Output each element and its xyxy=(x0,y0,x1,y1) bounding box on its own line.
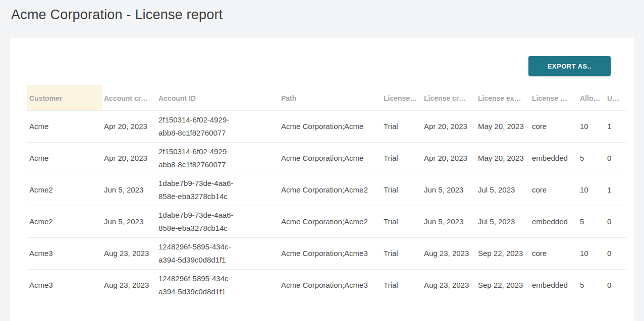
cell-license-expiry: Sep 22, 2023 xyxy=(476,270,530,301)
cell-license-product: embedded xyxy=(530,143,578,174)
cell-used: 0 xyxy=(605,143,626,174)
cell-path: Acme Corporation;Acme xyxy=(279,111,382,143)
cell-license-expiry: Jul 5, 2023 xyxy=(476,174,530,206)
column-header-allocated[interactable]: Allo… xyxy=(578,85,605,111)
cell-license-type: Trial xyxy=(382,270,422,301)
column-header-customer[interactable]: Customer xyxy=(27,85,102,111)
cell-license-product: embedded xyxy=(530,270,578,301)
cell-license-type: Trial xyxy=(382,206,422,238)
cell-account-id: 1248296f-5895-434c-a394-5d39c0d8d1f1 xyxy=(156,270,279,301)
cell-account-id: 2f150314-6f02-4929-abb8-8c1f82760077 xyxy=(156,143,279,174)
cell-allocated: 10 xyxy=(578,111,605,143)
cell-customer: Acme2 xyxy=(27,174,102,206)
report-card: EXPORT AS.. Customer Account cr… Account… xyxy=(10,38,634,321)
table-row: Acme2 Jun 5, 2023 1dabe7b9-73de-4aa6-858… xyxy=(27,206,626,238)
account-id-text: 1248296f-5895-434c-a394-5d39c0d8d1f1 xyxy=(158,272,244,298)
cell-license-product: core xyxy=(530,174,578,206)
license-report-table: Customer Account cr… Account ID Path Lic… xyxy=(27,85,626,301)
cell-path: Acme Corporation;Acme3 xyxy=(279,238,382,270)
page-header: Acme Corporation - License report xyxy=(0,0,644,38)
cell-used: 0 xyxy=(605,238,626,270)
cell-customer: Acme3 xyxy=(27,270,102,301)
table-header: Customer Account cr… Account ID Path Lic… xyxy=(27,85,626,111)
cell-account-id: 2f150314-6f02-4929-abb8-8c1f82760077 xyxy=(156,111,279,143)
cell-license-created: Aug 23, 2023 xyxy=(422,238,476,270)
column-header-account-id[interactable]: Account ID xyxy=(156,85,279,111)
cell-account-id: 1dabe7b9-73de-4aa6-858e-eba3278cb14c xyxy=(156,174,279,206)
cell-license-type: Trial xyxy=(382,238,422,270)
export-as-button[interactable]: EXPORT AS.. xyxy=(528,56,611,76)
table-body: Acme Apr 20, 2023 2f150314-6f02-4929-abb… xyxy=(27,111,626,301)
cell-path: Acme Corporation;Acme3 xyxy=(279,270,382,301)
cell-customer: Acme2 xyxy=(27,206,102,238)
cell-used: 1 xyxy=(605,111,626,143)
column-header-path[interactable]: Path xyxy=(279,85,382,111)
cell-account-created: Jun 5, 2023 xyxy=(102,206,156,238)
cell-allocated: 5 xyxy=(578,206,605,238)
cell-allocated: 10 xyxy=(578,238,605,270)
cell-path: Acme Corporation;Acme2 xyxy=(279,174,382,206)
column-header-license-created[interactable]: License cr… xyxy=(422,85,476,111)
cell-license-created: Apr 20, 2023 xyxy=(422,111,476,143)
cell-account-created: Aug 23, 2023 xyxy=(102,238,156,270)
cell-license-product: core xyxy=(530,238,578,270)
cell-customer: Acme xyxy=(27,143,102,174)
cell-license-created: Apr 20, 2023 xyxy=(422,143,476,174)
table-row: Acme3 Aug 23, 2023 1248296f-5895-434c-a3… xyxy=(27,238,626,270)
cell-license-product: core xyxy=(530,111,578,143)
account-id-text: 1248296f-5895-434c-a394-5d39c0d8d1f1 xyxy=(158,240,244,267)
report-toolbar: EXPORT AS.. xyxy=(10,38,634,85)
table-row: Acme Apr 20, 2023 2f150314-6f02-4929-abb… xyxy=(27,143,626,174)
column-header-license-type[interactable]: License… xyxy=(382,85,422,111)
cell-customer: Acme xyxy=(27,111,102,143)
table-row: Acme3 Aug 23, 2023 1248296f-5895-434c-a3… xyxy=(27,270,626,301)
cell-license-expiry: May 20, 2023 xyxy=(476,143,530,174)
account-id-text: 1dabe7b9-73de-4aa6-858e-eba3278cb14c xyxy=(158,177,244,203)
cell-license-type: Trial xyxy=(382,111,422,143)
cell-used: 0 xyxy=(605,270,626,301)
cell-license-product: embedded xyxy=(530,206,578,238)
cell-account-created: Aug 23, 2023 xyxy=(102,270,156,301)
account-id-text: 1dabe7b9-73de-4aa6-858e-eba3278cb14c xyxy=(158,209,244,235)
cell-account-id: 1248296f-5895-434c-a394-5d39c0d8d1f1 xyxy=(156,238,279,270)
cell-license-expiry: Sep 22, 2023 xyxy=(476,238,530,270)
column-header-account-created[interactable]: Account cr… xyxy=(102,85,156,111)
account-id-text: 2f150314-6f02-4929-abb8-8c1f82760077 xyxy=(158,113,244,140)
account-id-text: 2f150314-6f02-4929-abb8-8c1f82760077 xyxy=(158,145,244,171)
cell-license-expiry: May 20, 2023 xyxy=(476,111,530,143)
cell-license-created: Jun 5, 2023 xyxy=(422,206,476,238)
cell-customer: Acme3 xyxy=(27,238,102,270)
cell-account-id: 1dabe7b9-73de-4aa6-858e-eba3278cb14c xyxy=(156,206,279,238)
cell-license-expiry: Jul 5, 2023 xyxy=(476,206,530,238)
cell-used: 0 xyxy=(605,206,626,238)
cell-license-type: Trial xyxy=(382,174,422,206)
cell-allocated: 5 xyxy=(578,270,605,301)
cell-path: Acme Corporation;Acme2 xyxy=(279,206,382,238)
cell-license-created: Aug 23, 2023 xyxy=(422,270,476,301)
cell-used: 1 xyxy=(605,174,626,206)
cell-path: Acme Corporation;Acme xyxy=(279,143,382,174)
cell-license-created: Jun 5, 2023 xyxy=(422,174,476,206)
column-header-license-product[interactable]: License … xyxy=(530,85,578,111)
cell-account-created: Apr 20, 2023 xyxy=(102,143,156,174)
cell-account-created: Jun 5, 2023 xyxy=(102,174,156,206)
cell-allocated: 10 xyxy=(578,174,605,206)
table-row: Acme Apr 20, 2023 2f150314-6f02-4929-abb… xyxy=(27,111,626,143)
column-header-license-expiry[interactable]: License ex… xyxy=(476,85,530,111)
table-header-row: Customer Account cr… Account ID Path Lic… xyxy=(27,85,626,111)
table-row: Acme2 Jun 5, 2023 1dabe7b9-73de-4aa6-858… xyxy=(27,174,626,206)
cell-account-created: Apr 20, 2023 xyxy=(102,111,156,143)
page-title: Acme Corporation - License report xyxy=(11,6,644,23)
cell-license-type: Trial xyxy=(382,143,422,174)
column-header-used[interactable]: U… xyxy=(605,85,626,111)
cell-allocated: 5 xyxy=(578,143,605,174)
